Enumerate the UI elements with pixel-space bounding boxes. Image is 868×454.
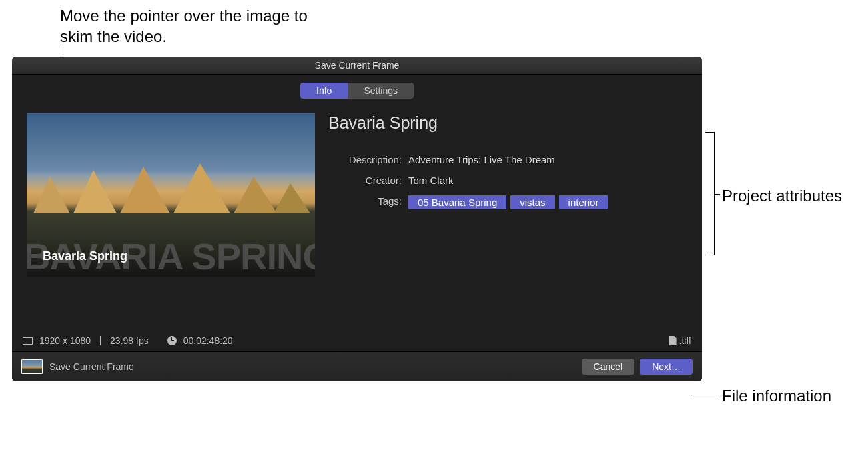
mountain-graphic <box>27 173 315 213</box>
tags-value[interactable]: 05 Bavaria Spring vistas interior <box>408 195 687 209</box>
tag-item[interactable]: interior <box>559 195 608 209</box>
annotation-attributes: Project attributes <box>722 185 842 206</box>
creator-label: Creator: <box>328 175 408 186</box>
tags-label: Tags: <box>328 195 408 209</box>
status-right: .tiff <box>669 335 691 346</box>
document-icon <box>669 336 677 345</box>
tabs-row: Info Settings <box>12 75 702 99</box>
creator-value[interactable]: Tom Clark <box>408 175 687 186</box>
dimensions-icon <box>23 337 33 345</box>
attr-row-creator: Creator: Tom Clark <box>328 175 687 186</box>
footer-right: Cancel Next… <box>582 359 693 375</box>
footer-title: Save Current Frame <box>49 361 134 372</box>
next-button[interactable]: Next… <box>640 359 693 375</box>
annotation-skim: Move the pointer over the image to skim … <box>60 5 327 47</box>
status-fps: 23.98 fps <box>110 335 149 346</box>
attr-row-description: Description: Adventure Trips: Live The D… <box>328 154 687 165</box>
main-area: BAVARIA SPRING Bavaria Spring Bavaria Sp… <box>12 99 702 330</box>
footer-left: Save Current Frame <box>21 359 134 374</box>
clock-icon <box>167 336 177 345</box>
preview-overlay-small: Bavaria Spring <box>43 249 127 263</box>
footer-thumbnail <box>21 359 43 374</box>
tabs: Info Settings <box>300 83 414 99</box>
project-attributes: Bavaria Spring Description: Adventure Tr… <box>315 113 687 277</box>
project-title[interactable]: Bavaria Spring <box>328 113 687 133</box>
export-window: Save Current Frame Info Settings BAVARIA… <box>12 57 702 381</box>
annotation-file-info: File information <box>722 385 831 406</box>
status-left: 1920 x 1080 23.98 fps 00:02:48:20 <box>23 335 233 346</box>
tags-wrap: 05 Bavaria Spring vistas interior <box>408 195 622 209</box>
preview-thumbnail[interactable]: BAVARIA SPRING Bavaria Spring <box>27 113 315 277</box>
status-extension: .tiff <box>679 335 691 346</box>
description-label: Description: <box>328 154 408 165</box>
status-duration: 00:02:48:20 <box>183 335 233 346</box>
tab-info[interactable]: Info <box>300 83 348 99</box>
cancel-button[interactable]: Cancel <box>582 359 635 375</box>
callout-line <box>691 395 719 395</box>
window-title: Save Current Frame <box>12 57 702 75</box>
tab-settings[interactable]: Settings <box>348 83 414 99</box>
callout-bracket <box>705 132 715 255</box>
attr-row-tags: Tags: 05 Bavaria Spring vistas interior <box>328 195 687 209</box>
separator <box>100 336 101 345</box>
status-dimensions: 1920 x 1080 <box>39 335 91 346</box>
tag-item[interactable]: 05 Bavaria Spring <box>408 195 506 209</box>
footer: Save Current Frame Cancel Next… <box>12 352 702 381</box>
status-bar: 1920 x 1080 23.98 fps 00:02:48:20 .tiff <box>12 330 702 352</box>
tag-item[interactable]: vistas <box>510 195 554 209</box>
description-value[interactable]: Adventure Trips: Live The Dream <box>408 154 687 165</box>
